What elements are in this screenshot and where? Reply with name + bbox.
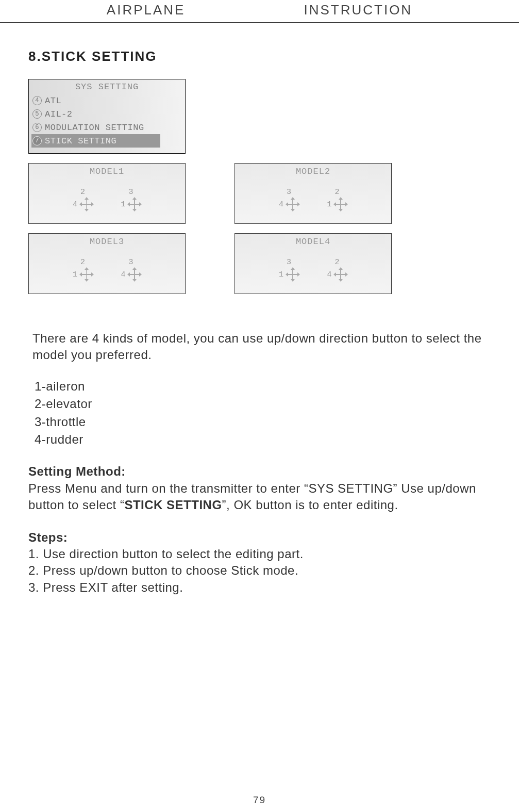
model-panel-4: MODEL4 3 1 2 4 (235, 233, 392, 294)
sys-row-num: 6 (32, 123, 42, 132)
cross-arrows-icon (286, 198, 299, 211)
page-content: 8.STICK SETTING SYS SETTING 4 ATL 5 AIL-… (0, 23, 519, 596)
setting-method: Setting Method: Press Menu and turn on t… (28, 463, 491, 596)
method-text-bold: STICK SETTING (124, 498, 222, 512)
page-number: 79 (0, 794, 519, 806)
legend-item: 1-aileron (35, 378, 487, 395)
right-stick: 3 1 (121, 188, 142, 211)
model-title: MODEL3 (34, 237, 180, 247)
sys-row-atl: 4 ATL (32, 94, 181, 107)
stick-side-num: 1 (327, 200, 332, 209)
cross-arrows-icon (128, 198, 141, 211)
stick-side-num: 1 (73, 270, 78, 279)
sys-row-num: 7 (32, 136, 42, 145)
model-body: 2 1 3 4 (34, 248, 180, 291)
model-panel-1: MODEL1 2 4 3 1 (28, 163, 186, 224)
left-stick: 2 1 (73, 258, 93, 281)
sys-row-stick-setting: 7 STICK SETTING (31, 134, 160, 148)
sys-row-num: 5 (32, 109, 42, 119)
cross-arrows-icon (334, 268, 347, 281)
stick-top-num: 2 (80, 188, 86, 197)
cross-arrows-icon (128, 268, 141, 281)
step-item: 2. Press up/down button to choose Stick … (28, 563, 298, 577)
sys-row-modulation: 6 MODULATION SETTING (32, 121, 181, 134)
stick-top-num: 2 (80, 258, 86, 267)
sys-row-label: MODULATION SETTING (45, 123, 144, 133)
model-title: MODEL1 (34, 167, 180, 176)
stick-side-num: 4 (121, 270, 126, 279)
method-text-b: ”, OK button is to enter editing. (222, 498, 398, 512)
stick-side-num: 1 (279, 270, 284, 279)
section-title: 8.STICK SETTING (28, 48, 491, 64)
model-body: 3 4 2 1 (240, 177, 386, 221)
legend-item: 3-throttle (35, 414, 487, 430)
model-title: MODEL4 (240, 237, 386, 247)
stick-side-num: 4 (327, 270, 332, 279)
sys-row-label: ATL (45, 96, 61, 106)
model-body: 2 4 3 1 (34, 177, 180, 221)
legend: 1-aileron 2-elevator 3-throttle 4-rudder (28, 378, 491, 448)
stick-top-num: 2 (335, 188, 340, 197)
legend-item: 4-rudder (35, 431, 487, 448)
stick-top-num: 3 (287, 188, 292, 197)
sys-row-label: STICK SETTING (45, 136, 116, 146)
left-stick: 3 4 (279, 188, 299, 211)
step-item: 1. Use direction button to select the ed… (28, 547, 304, 561)
stick-top-num: 2 (335, 258, 340, 267)
legend-item: 2-elevator (35, 396, 487, 412)
left-stick: 3 1 (279, 258, 299, 281)
left-stick: 2 4 (73, 188, 93, 211)
stick-top-num: 3 (129, 188, 134, 197)
right-stick: 2 4 (327, 258, 348, 281)
stick-top-num: 3 (287, 258, 292, 267)
model-panel-2: MODEL2 3 4 2 1 (235, 163, 392, 224)
model-panels: MODEL1 2 4 3 1 (28, 163, 491, 294)
stick-top-num: 3 (129, 258, 134, 267)
sys-setting-title: SYS SETTING (32, 82, 181, 92)
right-stick: 2 1 (327, 188, 348, 211)
setting-method-label: Setting Method: (28, 464, 126, 478)
model-body: 3 1 2 4 (240, 248, 386, 291)
model-panel-3: MODEL3 2 1 3 4 (28, 233, 186, 294)
cross-arrows-icon (80, 268, 93, 281)
cross-arrows-icon (334, 198, 347, 211)
intro-text: There are 4 kinds of model, you can use … (28, 330, 491, 364)
sys-row-label: AIL-2 (45, 109, 73, 119)
step-item: 3. Press EXIT after setting. (28, 580, 183, 594)
header-right: INSTRUCTION (304, 2, 412, 18)
page-header: AIRPLANE INSTRUCTION (0, 2, 519, 23)
steps-label: Steps: (28, 530, 68, 544)
cross-arrows-icon (286, 268, 299, 281)
sys-setting-lcd: SYS SETTING 4 ATL 5 AIL-2 6 MODULATION S… (28, 79, 186, 154)
model-title: MODEL2 (240, 167, 386, 176)
right-stick: 3 4 (121, 258, 142, 281)
stick-side-num: 4 (73, 200, 78, 209)
sys-row-ail2: 5 AIL-2 (32, 107, 181, 121)
sys-row-num: 4 (32, 96, 42, 105)
stick-side-num: 1 (121, 200, 126, 209)
cross-arrows-icon (80, 198, 93, 211)
stick-side-num: 4 (279, 200, 284, 209)
header-left: AIRPLANE (107, 2, 186, 18)
